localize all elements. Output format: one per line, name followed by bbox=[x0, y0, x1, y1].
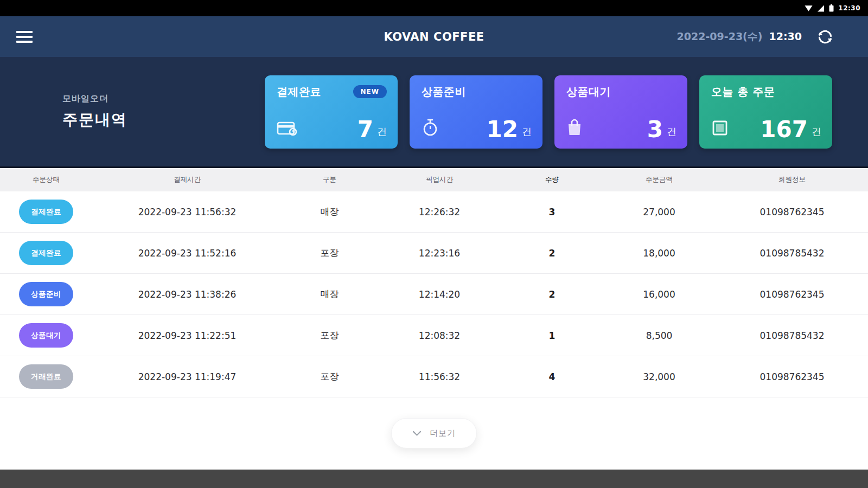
stat-card-preparing[interactable]: 상품준비 12 건 bbox=[410, 75, 542, 149]
order-type-cell: 포장 bbox=[282, 370, 377, 383]
col-order-type: 구분 bbox=[282, 175, 377, 184]
order-list-icon bbox=[711, 119, 729, 139]
col-pickup-time: 픽업시간 bbox=[377, 175, 502, 184]
pickup-time-cell: 12:14:20 bbox=[377, 289, 502, 300]
card-unit: 건 bbox=[812, 125, 821, 138]
android-nav-strip bbox=[0, 470, 868, 488]
load-more-label: 더보기 bbox=[430, 428, 456, 439]
stat-card-payment-complete[interactable]: 결제완료 NEW 7 건 bbox=[265, 75, 398, 149]
order-type-cell: 매장 bbox=[282, 288, 377, 300]
status-badge: 결제완료 bbox=[19, 241, 73, 265]
chevron-down-icon bbox=[412, 431, 422, 436]
card-unit: 건 bbox=[377, 125, 387, 138]
quantity-cell: 3 bbox=[502, 207, 602, 217]
paid-time-cell: 2022-09-23 11:38:26 bbox=[92, 289, 282, 300]
status-badge: 상품대기 bbox=[19, 323, 73, 348]
new-badge: NEW bbox=[353, 85, 387, 98]
status-badge: 결제완료 bbox=[19, 200, 73, 224]
pickup-time-cell: 12:08:32 bbox=[377, 330, 502, 341]
page-subtitle: 모바일오더 bbox=[62, 93, 201, 105]
paid-time-cell: 2022-09-23 11:56:32 bbox=[92, 207, 282, 217]
load-more-button[interactable]: 더보기 bbox=[391, 418, 477, 448]
amount-cell: 8,500 bbox=[602, 330, 716, 341]
header-date: 2022-09-23(수) bbox=[677, 30, 763, 42]
pickup-time-cell: 12:23:16 bbox=[377, 248, 502, 259]
card-unit: 건 bbox=[667, 125, 676, 138]
quantity-cell: 1 bbox=[502, 330, 602, 341]
status-badge: 상품준비 bbox=[19, 282, 73, 306]
col-payment-time: 결제시간 bbox=[92, 175, 282, 184]
app-title: KOVAN COFFEE bbox=[384, 30, 484, 43]
card-unit: 건 bbox=[522, 125, 532, 138]
stat-card-total-orders[interactable]: 오늘 총 주문 167 건 bbox=[699, 75, 832, 149]
app-header: KOVAN COFFEE 2022-09-23(수) 12:30 bbox=[0, 16, 868, 57]
paid-time-cell: 2022-09-23 11:19:47 bbox=[92, 371, 282, 382]
pickup-time-cell: 11:56:32 bbox=[377, 371, 502, 382]
col-quantity: 수량 bbox=[502, 175, 602, 184]
member-cell: 01098762345 bbox=[716, 371, 868, 382]
status-bar-time: 12:30 bbox=[838, 4, 860, 12]
card-label: 오늘 총 주문 bbox=[711, 85, 775, 99]
refresh-button[interactable] bbox=[816, 28, 834, 46]
quantity-cell: 4 bbox=[502, 371, 602, 382]
paid-time-cell: 2022-09-23 11:52:16 bbox=[92, 248, 282, 259]
order-type-cell: 포장 bbox=[282, 247, 377, 259]
table-row[interactable]: 결제완료 2022-09-23 11:56:32 매장 12:26:32 3 2… bbox=[0, 191, 868, 233]
card-label: 결제완료 bbox=[277, 85, 321, 99]
table-row[interactable]: 상품대기 2022-09-23 11:22:51 포장 12:08:32 1 8… bbox=[0, 315, 868, 356]
shopping-bag-icon bbox=[566, 118, 583, 139]
order-history-screen: 12:30 KOVAN COFFEE 2022-09-23(수) 12:30 모… bbox=[0, 0, 868, 488]
card-label: 상품대기 bbox=[566, 85, 611, 99]
stat-cards: 결제완료 NEW 7 건 bbox=[265, 75, 832, 149]
card-count: 7 bbox=[358, 119, 373, 140]
amount-cell: 32,000 bbox=[602, 371, 716, 382]
card-count: 12 bbox=[487, 119, 518, 140]
member-cell: 01098785432 bbox=[716, 248, 868, 259]
paid-time-cell: 2022-09-23 11:22:51 bbox=[92, 330, 282, 341]
order-type-cell: 매장 bbox=[282, 206, 377, 218]
card-count: 3 bbox=[647, 119, 663, 140]
amount-cell: 16,000 bbox=[602, 289, 716, 300]
status-badge: 거래완료 bbox=[19, 364, 73, 389]
stopwatch-icon bbox=[422, 118, 439, 139]
table-row[interactable]: 상품준비 2022-09-23 11:38:26 매장 12:14:20 2 1… bbox=[0, 274, 868, 315]
battery-icon bbox=[829, 4, 834, 12]
credit-card-icon bbox=[277, 120, 297, 139]
col-amount: 주문금액 bbox=[602, 175, 716, 184]
card-count: 167 bbox=[760, 119, 808, 140]
pickup-time-cell: 12:26:32 bbox=[377, 207, 502, 217]
col-member-info: 회원정보 bbox=[716, 175, 868, 184]
member-cell: 01098762345 bbox=[716, 207, 868, 217]
col-order-status: 주문상태 bbox=[0, 175, 92, 184]
card-label: 상품준비 bbox=[422, 85, 466, 99]
table-row[interactable]: 결제완료 2022-09-23 11:52:16 포장 12:23:16 2 1… bbox=[0, 233, 868, 274]
member-cell: 01098785432 bbox=[716, 330, 868, 341]
amount-cell: 27,000 bbox=[602, 207, 716, 217]
quantity-cell: 2 bbox=[502, 289, 602, 300]
wifi-icon bbox=[805, 5, 813, 12]
order-type-cell: 포장 bbox=[282, 329, 377, 342]
status-bar: 12:30 bbox=[0, 0, 868, 16]
header-time: 12:30 bbox=[769, 30, 802, 42]
header-datetime: 2022-09-23(수) 12:30 bbox=[677, 30, 802, 44]
stat-card-waiting[interactable]: 상품대기 3 건 bbox=[554, 75, 687, 149]
table-row[interactable]: 거래완료 2022-09-23 11:19:47 포장 11:56:32 4 3… bbox=[0, 356, 868, 397]
hamburger-menu-button[interactable] bbox=[16, 31, 33, 43]
member-cell: 01098762345 bbox=[716, 289, 868, 300]
page-title: 주문내역 bbox=[62, 110, 201, 130]
cellular-signal-icon bbox=[817, 5, 825, 12]
page-heading: 모바일오더 주문내역 bbox=[0, 93, 201, 130]
table-header: 주문상태 결제시간 구분 픽업시간 수량 주문금액 회원정보 bbox=[0, 168, 868, 191]
amount-cell: 18,000 bbox=[602, 248, 716, 259]
quantity-cell: 2 bbox=[502, 248, 602, 259]
overview-section: 모바일오더 주문내역 결제완료 NEW bbox=[0, 57, 868, 168]
